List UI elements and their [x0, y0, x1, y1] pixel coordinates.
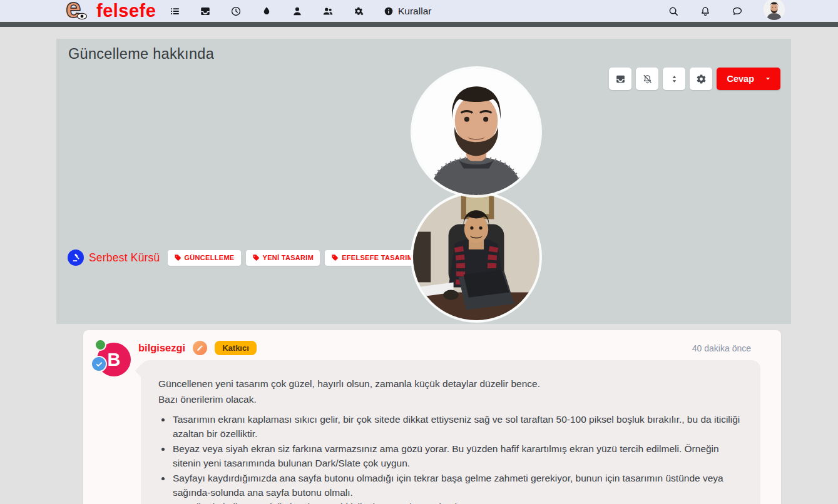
post-bullet: Sayfayı kaydırdığımızda ana sayfa butonu… [171, 471, 743, 500]
page-title: Güncelleme hakkında [68, 46, 214, 63]
author-role-badge[interactable]: Katkıcı [215, 341, 257, 355]
post-author-name[interactable]: bilgisezgi [138, 342, 185, 354]
logo-e-icon: e [65, 0, 91, 25]
reply-label: Cevap [727, 74, 754, 84]
user-icon[interactable] [292, 6, 303, 17]
rules-label: Kurallar [398, 6, 431, 17]
post-header: bilgisezgi Katkıcı [138, 341, 257, 355]
tag-label: GÜNCELLEME [185, 254, 235, 261]
online-status-dot [95, 339, 106, 351]
tag-icon [174, 254, 181, 261]
post-bullet: Tasarımın ekranı kaplaması sıkıcı gelir,… [171, 412, 743, 441]
inbox-button[interactable] [609, 68, 631, 90]
tag-label: YENİ TASARIM [263, 254, 314, 261]
tag-icon [331, 254, 339, 261]
gear-button[interactable] [690, 68, 712, 90]
post-bullet-list: Tasarımın ekranı kaplaması sıkıcı gelir,… [158, 412, 743, 504]
search-icon[interactable] [668, 6, 679, 17]
tag-icon [252, 254, 260, 261]
inbox-icon[interactable] [200, 6, 211, 17]
category-link[interactable]: Serbest Kürsü [89, 251, 160, 265]
chat-icon[interactable] [732, 6, 743, 17]
tag-efelsefe-tasarimi[interactable]: EFELSEFE TASARIMI [325, 250, 421, 266]
post-card: B bilgisezgi Katkıcı 40 dakika önce Günc… [83, 330, 781, 504]
gavel-icon[interactable] [68, 249, 84, 266]
verified-check-icon [91, 356, 107, 372]
clock-icon[interactable] [230, 6, 242, 17]
top-navbar: e felsefe [0, 0, 838, 22]
post-bullet: Mesajlarda kullanıcı adı ile level yazıs… [171, 500, 743, 504]
topic-participant-avatar-2[interactable] [413, 194, 539, 320]
bell-slash-button[interactable] [636, 68, 658, 90]
post-intro-line-2: Bazı önerilerim olacak. [158, 391, 743, 407]
topic-actions: Cevap [609, 68, 780, 90]
topic-header: Güncelleme hakkında Cevap Serbest Kürsü [56, 39, 791, 324]
post-timestamp: 40 dakika önce [692, 343, 751, 353]
post-intro-line-1: Güncellenen yeni tasarım çok güzel, hayı… [158, 376, 743, 391]
navbar-right [668, 0, 785, 22]
rules-menu-item[interactable]: Kurallar [384, 6, 431, 17]
flame-icon[interactable] [261, 6, 272, 17]
avatar-initial: B [108, 350, 121, 370]
list-icon[interactable] [169, 6, 180, 17]
author-pencil-icon [193, 341, 207, 355]
tag-label: EFELSEFE TASARIMI [342, 254, 415, 261]
profile-avatar[interactable] [764, 0, 785, 20]
bell-icon[interactable] [700, 6, 711, 17]
brand-logo[interactable]: e felsefe [65, 0, 156, 25]
tag-yeni-tasarim[interactable]: YENİ TASARIM [246, 250, 320, 266]
tag-guncelleme[interactable]: GÜNCELLEME [168, 250, 241, 266]
svg-text:e: e [66, 0, 81, 23]
navbar-menu: Kurallar [169, 0, 431, 22]
brand-text: felsefe [96, 0, 156, 23]
reply-button[interactable]: Cevap [717, 68, 780, 90]
sort-button[interactable] [663, 68, 685, 90]
post-bullet: Beyaz veya siyah ekran siz farkına varma… [171, 441, 743, 471]
info-icon [384, 6, 394, 16]
post-body: Güncellenen yeni tasarım çok güzel, hayı… [141, 360, 760, 504]
caret-down-icon [764, 75, 772, 83]
topic-participant-avatar-1[interactable] [413, 69, 539, 195]
users-icon[interactable] [322, 6, 334, 17]
post-avatar-group: B [97, 343, 131, 376]
gears-icon[interactable] [353, 6, 364, 17]
